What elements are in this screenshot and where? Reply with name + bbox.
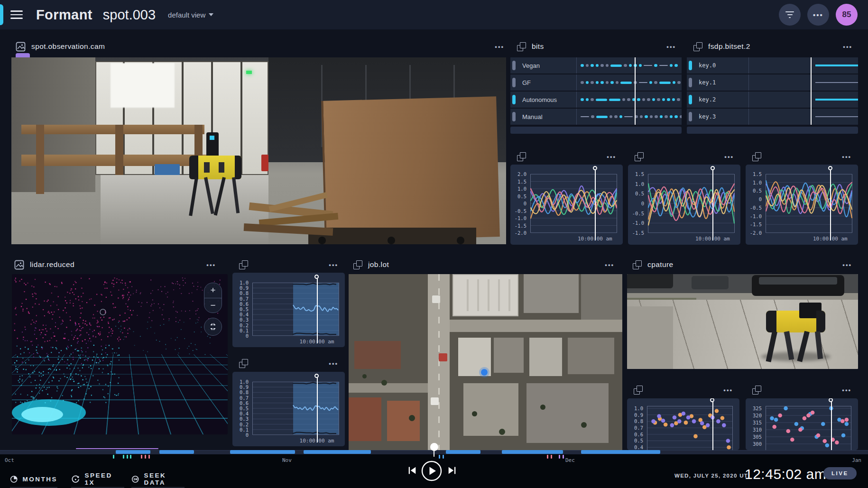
timeline[interactable]: Oct Nov Dec Jan xyxy=(0,443,868,464)
more-options-button[interactable]: ••• xyxy=(807,4,829,26)
timescale-button[interactable]: MONTHS xyxy=(10,471,57,488)
joint-1-panel-menu-icon[interactable]: ••• xyxy=(607,153,616,160)
joblot-satellite-map[interactable] xyxy=(349,274,622,450)
cpature-panel-menu-icon[interactable]: ••• xyxy=(842,261,852,268)
speed-button[interactable]: SPEED 1X xyxy=(71,471,124,488)
timeline-data-segment[interactable] xyxy=(581,450,660,454)
timeline-annotation-range[interactable] xyxy=(76,448,158,449)
numeric-1-panel-menu-icon[interactable]: ••• xyxy=(329,261,338,268)
chevron-down-icon xyxy=(209,13,213,16)
bitset-row-key.0[interactable]: key.0 xyxy=(687,57,858,74)
joblot-panel-menu-icon[interactable]: ••• xyxy=(605,261,614,268)
bits-row-manual[interactable]: Manual xyxy=(510,109,682,125)
numeric-1-chart[interactable]: 1.00.90.80.70.60.50.40.30.20.1010:00:00 … xyxy=(232,273,345,347)
month-label: Oct xyxy=(5,457,14,463)
month-label: Jan xyxy=(852,457,861,463)
formant-logo: Formant xyxy=(36,7,92,23)
state-pill xyxy=(689,95,692,104)
image-icon xyxy=(16,42,26,52)
bitset-row-key.2[interactable]: key.2 xyxy=(687,92,858,108)
bitset-row-key.1[interactable]: key.1 xyxy=(687,74,858,91)
timeline-playhead-handle[interactable] xyxy=(430,443,438,451)
timeline-data-segment[interactable] xyxy=(502,450,563,454)
lidar-panel-menu-icon[interactable]: ••• xyxy=(206,261,216,268)
bitset-panel: key.0 key.1 key.2 key.3 xyxy=(687,57,858,136)
bits-panel-menu-icon[interactable]: ••• xyxy=(666,43,676,50)
timeline-data-segment[interactable] xyxy=(159,450,194,454)
joint-3-panel-menu-icon[interactable]: ••• xyxy=(842,153,851,160)
connex-travel-chart[interactable]: 325320315310305300 xyxy=(746,398,858,450)
bit-line-track xyxy=(748,57,858,74)
bitset-panel-menu-icon[interactable]: ••• xyxy=(843,43,852,50)
bitset-panel-footer xyxy=(687,127,858,134)
play-button[interactable] xyxy=(421,460,442,483)
joint-2-panel-menu-icon[interactable]: ••• xyxy=(724,153,734,160)
zoom-in-button[interactable]: + xyxy=(204,283,222,298)
playhead-knob[interactable] xyxy=(828,166,832,170)
map-location-marker[interactable] xyxy=(481,369,488,376)
bit-line-track xyxy=(748,109,858,125)
avatar[interactable]: 85 xyxy=(836,4,858,26)
device-title: spot.003 xyxy=(103,7,156,23)
bits-row-gf[interactable]: GF xyxy=(510,74,682,91)
bit-row-label: Manual xyxy=(522,113,543,120)
timeline-data-segment[interactable] xyxy=(446,450,480,454)
recenter-button[interactable] xyxy=(204,318,222,336)
bit-event-track xyxy=(576,92,682,108)
bitset-playhead-line[interactable] xyxy=(811,57,812,125)
timescale-label: MONTHS xyxy=(23,476,58,483)
chart-playhead[interactable] xyxy=(830,168,831,240)
numeric-1-panel-header: ••• xyxy=(239,258,338,271)
joint-3-chart[interactable]: 1.51.00.50-0.5-1.0-1.5-2.010:00:00 am xyxy=(746,165,858,245)
bitset-row-key.3[interactable]: key.3 xyxy=(687,109,858,125)
live-button[interactable]: LIVE xyxy=(823,467,857,479)
connex-field-panel-menu-icon[interactable]: ••• xyxy=(723,387,733,394)
timeline-data-segment[interactable] xyxy=(230,450,295,454)
joint-3-panel-header: ••• xyxy=(752,150,851,163)
state-pill xyxy=(512,95,516,104)
seek-data-button[interactable]: SEEK DATA xyxy=(131,471,185,488)
cam-panel-menu-icon[interactable]: ••• xyxy=(495,43,504,50)
hamburger-menu-icon[interactable] xyxy=(10,10,23,19)
playhead-knob[interactable] xyxy=(314,374,319,378)
lidar-pointcloud-view[interactable]: + − xyxy=(12,274,228,434)
joint-2-chart[interactable]: 1.51.00.50-0.5-1.0-1.510:00:00 am xyxy=(628,165,740,245)
playhead-knob[interactable] xyxy=(710,398,714,402)
numeric-2-panel-menu-icon[interactable]: ••• xyxy=(329,360,338,367)
skip-back-icon xyxy=(407,465,417,476)
bits-panel-header: bits ••• xyxy=(517,40,676,53)
playhead-knob[interactable] xyxy=(829,398,833,402)
stream-icon xyxy=(752,152,761,161)
numeric-2-chart[interactable]: 1.00.90.80.70.60.50.40.30.20.1010:00:00 … xyxy=(232,372,345,446)
connex-travel-panel-header: ••• xyxy=(752,383,851,396)
zoom-out-button[interactable]: − xyxy=(204,298,222,313)
chart-playhead[interactable] xyxy=(595,168,596,240)
stream-icon xyxy=(353,260,362,269)
playback-speed-icon xyxy=(71,475,80,484)
playhead-knob[interactable] xyxy=(314,275,319,279)
bits-panel: Vegan GF Autonomous Manual xyxy=(510,57,682,136)
playhead-knob[interactable] xyxy=(711,166,715,170)
timeline-data-segment[interactable] xyxy=(304,450,371,454)
connex-field-panel-header: ••• xyxy=(634,383,733,396)
numeric-2-panel-header: ••• xyxy=(239,357,338,370)
bit-event-track xyxy=(576,74,682,91)
joint-1-plot-area xyxy=(530,174,617,233)
skip-forward-button[interactable] xyxy=(447,465,457,478)
bits-row-autonomous[interactable]: Autonomous xyxy=(510,92,682,108)
chart-playhead[interactable] xyxy=(317,276,318,343)
view-selector[interactable]: default view xyxy=(168,11,213,19)
bits-row-vegan[interactable]: Vegan xyxy=(510,57,682,74)
chart-playhead[interactable] xyxy=(317,376,318,442)
playhead-knob[interactable] xyxy=(593,166,597,170)
filter-button[interactable] xyxy=(779,4,801,26)
chart-playhead[interactable] xyxy=(712,168,713,240)
connex-field-chart[interactable]: 1.00.90.80.70.60.50.4 xyxy=(627,398,739,450)
timeline-data-segment[interactable] xyxy=(116,450,150,454)
connex-travel-panel-menu-icon[interactable]: ••• xyxy=(842,387,851,394)
y-axis-ticks: 1.00.90.80.70.60.50.40.30.20.10 xyxy=(232,379,249,437)
skip-back-button[interactable] xyxy=(407,465,417,478)
joint-1-chart[interactable]: 2.01.51.00.50-0.5-1.0-1.5-2.010:00:00 am xyxy=(510,165,623,245)
stream-icon xyxy=(752,386,761,395)
bits-playhead-line[interactable] xyxy=(635,57,636,125)
